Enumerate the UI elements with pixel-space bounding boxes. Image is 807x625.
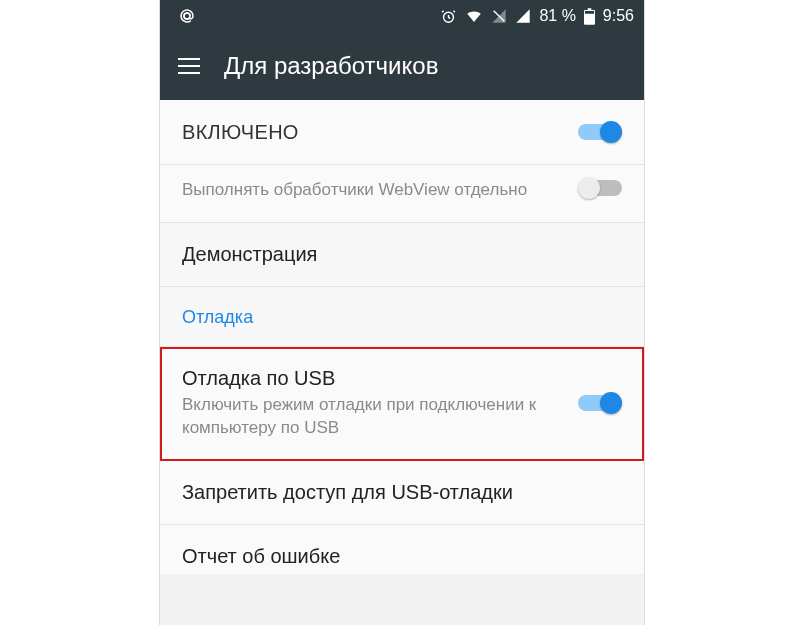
webview-description: Выполнять обработчики WebView отдельно [182,179,558,202]
bug-report-label: Отчет об ошибке [182,545,622,568]
svg-rect-4 [585,11,594,14]
usb-debug-description: Включить режим отладки при подключении к… [182,394,558,440]
signal-nosim-icon [491,8,507,24]
phone-frame: 81 % 9:56 Для разработчиков ВКЛЮЧЕНО Вып… [160,0,644,625]
master-toggle-row[interactable]: ВКЛЮЧЕНО [160,100,644,165]
usb-debug-row[interactable]: Отладка по USB Включить режим отладки пр… [160,347,644,461]
master-toggle-label: ВКЛЮЧЕНО [182,121,558,144]
menu-icon[interactable] [178,58,200,74]
debug-section-header: Отладка [160,287,644,347]
clock: 9:56 [603,7,634,25]
alarm-icon [440,8,457,25]
battery-icon [584,8,595,25]
status-bar: 81 % 9:56 [160,0,644,32]
webview-row[interactable]: Выполнять обработчики WebView отдельно [160,165,644,223]
master-toggle[interactable] [578,120,622,144]
wifi-icon [465,7,483,25]
demo-row[interactable]: Демонстрация [160,223,644,287]
usb-debug-toggle[interactable] [578,391,622,415]
bug-report-row[interactable]: Отчет об ошибке [160,525,644,574]
app-bar: Для разработчиков [160,32,644,100]
revoke-usb-label: Запретить доступ для USB-отладки [182,481,622,504]
settings-list: ВКЛЮЧЕНО Выполнять обработчики WebView о… [160,100,644,574]
at-icon [178,7,196,25]
usb-debug-title: Отладка по USB [182,367,558,390]
battery-percent: 81 % [539,7,575,25]
revoke-usb-row[interactable]: Запретить доступ для USB-отладки [160,461,644,525]
page-title: Для разработчиков [224,52,438,80]
svg-rect-3 [588,8,592,10]
demo-label: Демонстрация [182,243,622,266]
signal-icon [515,8,531,24]
webview-toggle[interactable] [578,176,622,200]
